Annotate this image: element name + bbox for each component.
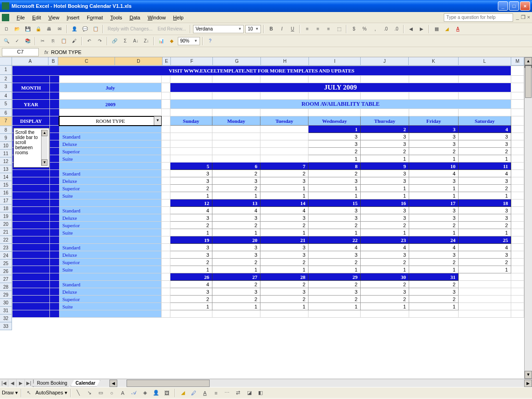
font-selector[interactable]: Verdana▼ [193,25,244,33]
doc-restore-button[interactable]: ❐ [521,14,526,20]
clipart-button[interactable]: 👤 [151,388,161,398]
doc-minimize-button[interactable]: _ [516,14,519,20]
shadow-button[interactable]: ◪ [245,388,254,398]
3d-button[interactable]: ◧ [256,388,265,398]
row-header-1[interactable]: 1 [0,66,12,75]
row-header-25[interactable]: 25 [0,260,12,267]
research-button[interactable]: 📚 [23,36,32,46]
help-search-input[interactable] [444,13,513,22]
picture-button[interactable]: 🖼 [163,388,172,398]
column-header-C[interactable]: C [58,57,115,66]
scroll-hint-scrollbar[interactable]: ▲ ▼ [41,130,48,166]
hscroll-thumb[interactable] [127,380,210,387]
reviewer-button[interactable]: 👤 [70,24,79,34]
save-button[interactable]: 💾 [23,24,32,34]
row-header-6[interactable]: 6 [0,109,12,117]
row-header-19[interactable]: 19 [0,212,12,220]
scroll-right-button[interactable]: ▶ [524,380,532,387]
tab-prev-button[interactable]: ◀ [8,380,17,387]
minimize-button[interactable]: _ [498,1,508,11]
currency-button[interactable]: $ [349,24,358,34]
row-header-28[interactable]: 28 [0,283,12,291]
autoshapes-menu[interactable]: AutoShapes ▾ [36,390,67,396]
scroll-up-button[interactable]: ▲ [525,57,532,65]
column-header-D[interactable]: D [115,57,162,66]
zoom-selector[interactable]: 90%▼ [178,37,200,45]
select-objects-button[interactable]: ↖ [24,388,34,398]
autosum-button[interactable]: Σ [121,36,130,46]
menu-file[interactable]: File [13,13,29,22]
column-header-A[interactable]: A [12,57,48,66]
sort-desc-button[interactable]: Z↓ [142,36,151,46]
decrease-indent-button[interactable]: ◀ [406,24,416,34]
line-button[interactable]: ╲ [74,388,83,398]
row-header-10[interactable]: 10 [0,142,12,150]
row-header-4[interactable]: 4 [0,92,12,100]
row-header-22[interactable]: 22 [0,236,12,244]
paste-button[interactable]: 📋 [59,36,68,46]
decrease-decimal-button[interactable]: .0 [392,24,401,34]
row-header-31[interactable]: 31 [0,307,12,314]
row-header-21[interactable]: 21 [0,228,12,236]
oval-button[interactable]: ○ [107,388,116,398]
row-header-8[interactable]: 8 [0,126,12,134]
row-header-12[interactable]: 12 [0,157,12,165]
row-header-24[interactable]: 24 [0,252,12,260]
borders-button[interactable]: ▦ [432,24,441,34]
row-header-5[interactable]: 5 [0,100,12,109]
name-box[interactable]: C7 [2,48,39,56]
row-header-17[interactable]: 17 [0,197,12,205]
tab-room-booking[interactable]: Room Booking [32,380,73,387]
column-header-M[interactable]: M [511,57,524,66]
scroll-up-arrow-icon[interactable]: ▲ [42,130,48,136]
menu-help[interactable]: Help [169,13,187,22]
row-header-23[interactable]: 23 [0,244,12,252]
tab-calendar[interactable]: Calendar [71,380,101,387]
row-header-18[interactable]: 18 [0,205,12,212]
textbox-button[interactable]: A [118,388,127,398]
fontcolor-draw-button[interactable]: A [200,388,210,398]
row-header-2[interactable]: 2 [0,75,12,83]
hyperlink-button[interactable]: 🔗 [110,36,119,46]
row-header-32[interactable]: 32 [0,314,12,322]
row-header-11[interactable]: 11 [0,150,12,157]
permission-button[interactable]: 🔒 [34,24,43,34]
row-header-13[interactable]: 13 [0,165,12,173]
redo-button[interactable]: ↷ [95,36,104,46]
fontsize-selector[interactable]: 10▼ [245,25,261,33]
scroll-left-button[interactable]: ◀ [109,380,117,387]
maximize-button[interactable]: □ [509,1,519,11]
fillcolor-draw-button[interactable]: ◢ [178,388,187,398]
column-header-B[interactable]: B [48,57,58,66]
menu-data[interactable]: Data [126,13,144,22]
cells-table[interactable]: VISIT WWW.EXCELTEMPLATE.NET FOR MORE TEM… [12,66,524,318]
linestyle-button[interactable]: ≡ [212,388,221,398]
formatpainter-button[interactable]: 🖌 [70,36,79,46]
fillcolor-button[interactable]: ◢ [442,24,452,34]
row-header-7[interactable]: 7 [0,117,12,126]
tab-last-button[interactable]: ▶| [25,380,33,387]
linecolor-button[interactable]: 🖊 [189,388,199,398]
chart-button[interactable]: 📊 [157,36,166,46]
row-header-9[interactable]: 9 [0,134,12,142]
row-header-16[interactable]: 16 [0,189,12,197]
comment-button[interactable]: 💬 [80,24,90,34]
scroll-down-arrow-icon[interactable]: ▼ [42,159,48,166]
comma-button[interactable]: , [370,24,380,34]
row-header-27[interactable]: 27 [0,275,12,283]
percent-button[interactable]: % [360,24,369,34]
fx-icon[interactable]: fx [44,49,48,55]
cut-button[interactable]: ✂ [38,36,47,46]
print-button[interactable]: 🖶 [44,24,54,34]
row-header-33[interactable]: 33 [0,322,12,330]
drawing-button[interactable]: ◆ [167,36,176,46]
menu-format[interactable]: Format [83,13,107,22]
column-header-E[interactable]: E [163,57,171,66]
row-header-15[interactable]: 15 [0,181,12,189]
open-button[interactable]: 📂 [12,24,22,34]
tab-next-button[interactable]: ▶ [17,380,25,387]
menu-view[interactable]: View [45,13,63,22]
scroll-down-button[interactable]: ▼ [525,371,532,379]
bold-button[interactable]: B [266,24,276,34]
undo-button[interactable]: ↶ [85,36,94,46]
